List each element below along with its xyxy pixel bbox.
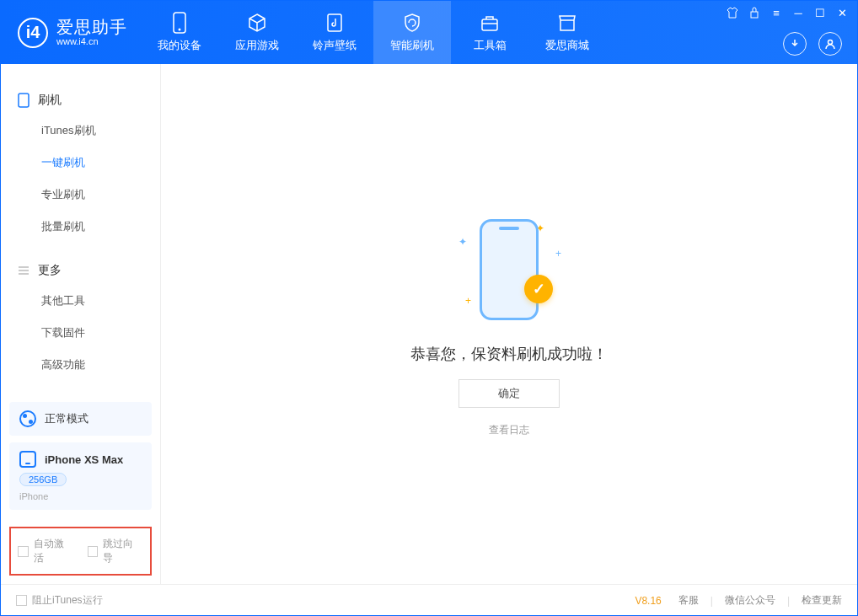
sidebar-item-oneclick-flash[interactable]: 一键刷机 xyxy=(1,147,160,179)
toolbox-icon xyxy=(480,13,500,33)
phone-outline-icon xyxy=(18,93,29,108)
footer-link-wechat[interactable]: 微信公众号 xyxy=(725,593,775,608)
sidebar-item-advanced[interactable]: 高级功能 xyxy=(1,349,160,381)
tab-my-device[interactable]: 我的设备 xyxy=(141,1,218,64)
sidebar-section-flash: 刷机 xyxy=(1,86,160,115)
main-content: ✦ ✦ + + ✓ 恭喜您，保资料刷机成功啦！ 确定 查看日志 xyxy=(161,64,857,584)
success-illustration: ✦ ✦ + + ✓ xyxy=(450,211,568,329)
footer-link-update[interactable]: 检查更新 xyxy=(802,593,842,608)
flash-options-highlight: 自动激活 跳过向导 xyxy=(9,527,152,576)
view-log-link[interactable]: 查看日志 xyxy=(489,423,529,437)
check-badge-icon: ✓ xyxy=(524,275,553,303)
download-button[interactable] xyxy=(783,32,807,56)
top-tabs: 我的设备 应用游戏 铃声壁纸 智能刷机 工具箱 爱思商城 xyxy=(141,1,606,64)
sidebar-item-batch-flash[interactable]: 批量刷机 xyxy=(1,211,160,243)
music-icon xyxy=(324,13,345,33)
tab-ringtones[interactable]: 铃声壁纸 xyxy=(296,1,373,64)
phone-icon xyxy=(19,451,36,468)
cube-icon xyxy=(247,13,267,33)
minimize-icon[interactable]: ─ xyxy=(791,6,805,19)
svg-point-1 xyxy=(179,28,181,30)
lock-icon[interactable] xyxy=(748,6,761,19)
sparkle-icon: + xyxy=(555,248,561,260)
sidebar-item-download-firmware[interactable]: 下载固件 xyxy=(1,317,160,349)
svg-rect-7 xyxy=(19,94,29,107)
maximize-icon[interactable]: ☐ xyxy=(813,6,827,19)
version-label: V8.16 xyxy=(635,595,661,607)
success-message: 恭喜您，保资料刷机成功啦！ xyxy=(410,344,608,364)
logo-icon: i4 xyxy=(18,18,48,48)
close-icon[interactable]: ✕ xyxy=(835,6,849,19)
sidebar-section-more: 更多 xyxy=(1,256,160,285)
list-icon xyxy=(18,265,29,276)
footer: 阻止iTunes运行 V8.16 客服 | 微信公众号 | 检查更新 xyxy=(1,584,857,616)
refresh-shield-icon xyxy=(402,13,422,33)
sparkle-icon: + xyxy=(465,295,471,307)
phone-illustration-icon xyxy=(480,219,539,320)
mode-label: 正常模式 xyxy=(45,411,88,426)
skip-guide-checkbox[interactable]: 跳过向导 xyxy=(88,537,144,565)
store-icon xyxy=(557,13,577,33)
device-icon xyxy=(169,13,190,33)
tab-flash[interactable]: 智能刷机 xyxy=(373,1,451,64)
sidebar-item-pro-flash[interactable]: 专业刷机 xyxy=(1,179,160,211)
mode-icon xyxy=(19,410,36,427)
device-type: iPhone xyxy=(19,491,48,501)
svg-rect-2 xyxy=(328,14,341,31)
storage-badge: 256GB xyxy=(19,473,67,486)
sidebar-item-itunes-flash[interactable]: iTunes刷机 xyxy=(1,115,160,147)
tab-toolbox[interactable]: 工具箱 xyxy=(451,1,528,64)
shirt-icon[interactable] xyxy=(726,6,739,19)
menu-icon[interactable]: ≡ xyxy=(770,6,783,19)
header: i4 爱思助手 www.i4.cn 我的设备 应用游戏 铃声壁纸 智能刷机 工具… xyxy=(1,1,857,64)
device-card[interactable]: iPhone XS Max 256GB iPhone xyxy=(9,442,152,510)
app-logo: i4 爱思助手 www.i4.cn xyxy=(1,18,141,48)
mode-card[interactable]: 正常模式 xyxy=(9,402,152,436)
svg-rect-5 xyxy=(751,12,758,18)
footer-link-support[interactable]: 客服 xyxy=(678,593,699,608)
sparkle-icon: ✦ xyxy=(458,236,467,248)
sidebar: 刷机 iTunes刷机 一键刷机 专业刷机 批量刷机 更多 其他工具 下载固件 … xyxy=(1,64,161,584)
block-itunes-checkbox[interactable]: 阻止iTunes运行 xyxy=(16,593,103,608)
svg-point-6 xyxy=(829,40,833,45)
sidebar-item-other-tools[interactable]: 其他工具 xyxy=(1,285,160,317)
account-button[interactable] xyxy=(818,32,842,56)
app-domain: www.i4.cn xyxy=(56,36,127,46)
svg-rect-3 xyxy=(482,19,497,30)
auto-activate-checkbox[interactable]: 自动激活 xyxy=(18,537,74,565)
tab-apps[interactable]: 应用游戏 xyxy=(218,1,296,64)
ok-button[interactable]: 确定 xyxy=(458,379,560,408)
titlebar-controls: ≡ ─ ☐ ✕ xyxy=(726,6,849,19)
device-name: iPhone XS Max xyxy=(45,453,123,466)
tab-store[interactable]: 爱思商城 xyxy=(528,1,606,64)
app-name: 爱思助手 xyxy=(56,18,127,36)
